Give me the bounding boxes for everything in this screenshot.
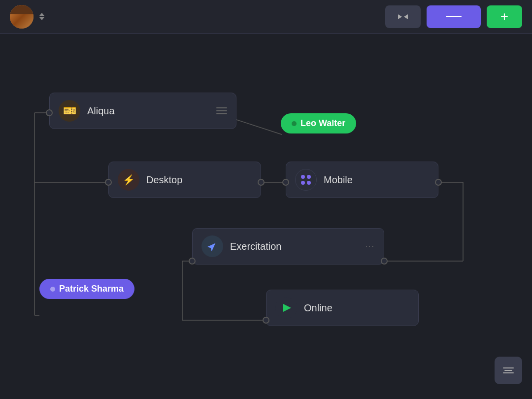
nav-icon [201,235,223,257]
plus-icon: + [500,9,508,25]
ticket-icon: 🎫 [59,100,80,122]
arrow-up-icon [39,13,44,16]
node-exercitation[interactable]: Exercitation ··· [192,228,384,265]
connector-dot-desktop-right[interactable] [258,179,265,186]
leo-dot [292,121,297,126]
arrow-right-icon [404,14,408,19]
hamburger-icon [216,107,227,114]
plus-button[interactable]: + [487,5,522,28]
patrick-dot [50,287,55,292]
dash-line [446,16,462,17]
top-bar: + [0,0,532,33]
ellipsis-icon: ··· [366,242,375,251]
dash-button[interactable] [427,5,481,28]
mobile-label: Mobile [324,174,429,186]
toggle-button[interactable] [385,5,421,28]
connector-dot-exercitation-left[interactable] [189,258,196,265]
node-desktop[interactable]: ⚡ Desktop [108,162,261,198]
canvas: 🎫 Aliqua Leo Walter ⚡ Desktop Mobile [0,33,532,399]
patrick-sharma-label: Patrick Sharma [59,284,124,294]
flash-icon: ⚡ [118,169,139,191]
exercitation-label: Exercitation [230,241,359,252]
connections-svg [0,33,532,399]
arrow-left-icon [398,14,402,19]
filter-icon [503,367,514,373]
connector-dot-desktop-left[interactable] [105,179,112,186]
dots-icon [295,169,317,191]
controls-button[interactable] [495,357,522,384]
node-mobile[interactable]: Mobile [286,162,438,198]
connector-dot-exercitation-right[interactable] [381,258,388,265]
online-label: Online [304,302,409,314]
leo-walter-label: Leo Walter [300,118,345,129]
avatar[interactable] [10,5,33,29]
connector-dot-aliqua-left[interactable] [46,109,53,116]
connector-dot-mobile-left[interactable] [282,179,289,186]
node-aliqua[interactable]: 🎫 Aliqua [49,93,236,129]
play-icon [275,297,297,319]
pill-patrick-sharma[interactable]: Patrick Sharma [39,279,134,299]
svg-line-10 [236,120,282,134]
arrow-down-icon [39,17,44,20]
desktop-label: Desktop [146,174,252,186]
node-online[interactable]: Online [266,290,419,326]
pill-leo-walter[interactable]: Leo Walter [281,113,356,133]
avatar-arrows[interactable] [39,13,44,20]
connector-dot-online-left[interactable] [263,317,269,324]
connector-dot-mobile-right[interactable] [435,179,442,186]
aliqua-label: Aliqua [87,105,209,117]
